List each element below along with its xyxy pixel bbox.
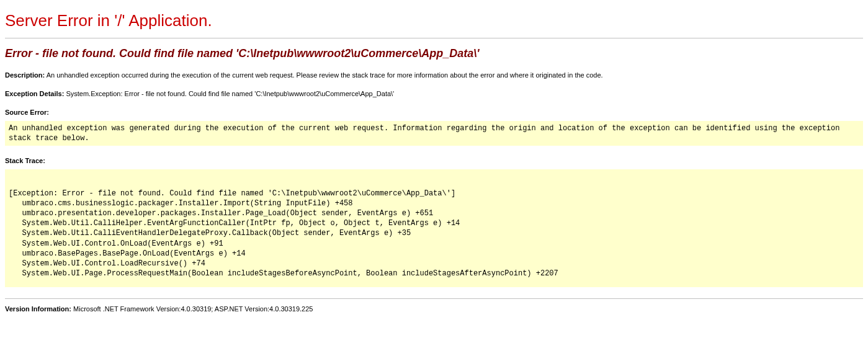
- source-error-block: An unhandled exception was generated dur…: [5, 121, 863, 146]
- description-line: Description: An unhandled exception occu…: [5, 71, 863, 79]
- exception-label: Exception Details:: [5, 90, 64, 97]
- footer-divider: [5, 298, 863, 299]
- exception-line: Exception Details: System.Exception: Err…: [5, 90, 863, 97]
- exception-text: System.Exception: Error - file not found…: [66, 90, 394, 97]
- description-label: Description:: [5, 71, 45, 79]
- version-line: Version Information: Microsoft .NET Fram…: [5, 305, 863, 313]
- description-text: An unhandled exception occurred during t…: [47, 71, 603, 79]
- version-label: Version Information:: [5, 305, 71, 313]
- stack-trace-block: [Exception: Error - file not found. Coul…: [5, 169, 863, 287]
- title-divider: [5, 38, 863, 38]
- page-title: Server Error in '/' Application.: [5, 11, 863, 34]
- stack-trace-label: Stack Trace:: [5, 157, 863, 164]
- error-subtitle: Error - file not found. Could find file …: [5, 47, 863, 60]
- source-error-label: Source Error:: [5, 109, 863, 116]
- version-text: Microsoft .NET Framework Version:4.0.303…: [73, 305, 313, 313]
